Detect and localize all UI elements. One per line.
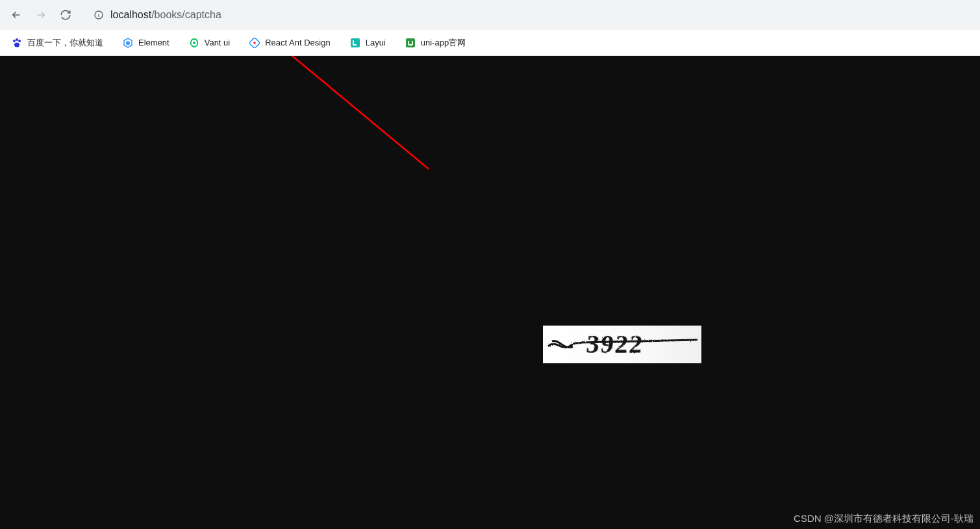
svg-point-6 [14,42,19,47]
svg-point-4 [16,38,18,41]
bookmark-element[interactable]: Element [119,35,173,51]
svg-rect-10 [351,38,360,47]
vant-icon [189,38,199,48]
arrow-right-icon [35,9,47,21]
reload-icon [60,9,71,21]
svg-point-3 [13,40,16,42]
bookmark-label: uni-app官网 [421,37,466,49]
bookmark-label: 百度一下，你就知道 [27,37,103,49]
watermark-text: CSDN @深圳市有德者科技有限公司-耿瑞 [794,513,974,525]
bookmark-label: Vant ui [205,38,231,47]
svg-line-13 [255,56,429,169]
svg-point-9 [253,42,256,44]
url-host: localhost [110,9,151,20]
browser-nav-bar: localhost/books/captcha [0,0,980,30]
url-path: /books/captcha [151,9,221,20]
reload-button[interactable] [55,4,77,26]
svg-text:3922: 3922 [585,329,646,359]
site-info-icon [94,10,104,20]
svg-point-7 [193,42,195,44]
bookmark-antd[interactable]: React Ant Design [245,35,334,51]
svg-rect-11 [406,38,415,47]
back-button[interactable] [5,4,27,26]
address-bar[interactable]: localhost/books/captcha [84,4,975,26]
page-content: 3922 CSDN @深圳市有德者科技有限公司-耿瑞 [0,56,980,529]
bookmark-layui[interactable]: Layui [346,35,390,51]
uniapp-icon [405,38,416,48]
bookmark-label: React Ant Design [265,38,330,47]
bookmark-vant[interactable]: Vant ui [185,35,234,51]
bookmark-baidu[interactable]: 百度一下，你就知道 [8,34,107,51]
bookmark-uniapp[interactable]: uni-app官网 [401,34,470,51]
antd-icon [249,38,260,48]
bookmark-label: Element [138,38,170,47]
bookmarks-bar: 百度一下，你就知道 Element Vant ui React Ant Desi… [0,30,980,56]
layui-icon [350,38,360,48]
annotation-arrow [0,56,980,529]
arrow-left-icon [10,9,22,21]
forward-button[interactable] [30,4,52,26]
url-text: localhost/books/captcha [110,9,221,21]
captcha-image[interactable]: 3922 [543,326,701,363]
baidu-icon [12,38,22,48]
svg-point-5 [18,40,21,42]
bookmark-label: Layui [366,38,386,47]
captcha-svg: 3922 [543,326,701,363]
element-icon [123,38,133,48]
